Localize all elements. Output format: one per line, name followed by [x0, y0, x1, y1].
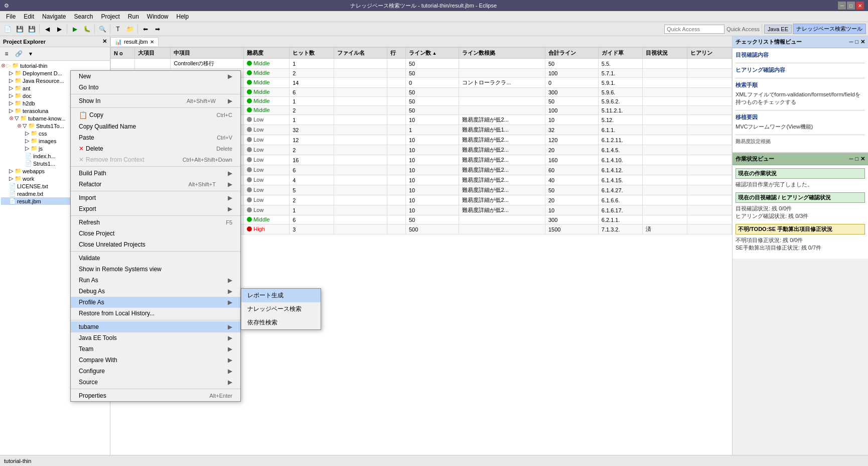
cm-run-as[interactable]: Run As ▶: [71, 275, 240, 286]
table-cell: Middle: [244, 215, 290, 224]
tv-min[interactable]: ─: [849, 156, 853, 162]
col-no[interactable]: N o: [111, 48, 135, 59]
tv-close[interactable]: ✕: [860, 156, 865, 162]
menu-run[interactable]: Run: [124, 12, 143, 21]
cm-close-project[interactable]: Close Project: [71, 228, 240, 239]
sm-kb-search[interactable]: ナレッジベース検索: [241, 302, 321, 316]
cm-paste[interactable]: Paste Ctrl+V: [71, 132, 240, 143]
col-visual[interactable]: 目視状況: [643, 48, 687, 59]
maximize-button[interactable]: □: [847, 2, 855, 10]
close-button[interactable]: ✕: [856, 2, 864, 10]
col-basis[interactable]: ライン数根拠: [459, 48, 545, 59]
pe-collapse[interactable]: ≡: [1, 48, 12, 59]
cm-compare-with[interactable]: Compare With ▶: [71, 355, 240, 366]
tree-label: js: [39, 146, 43, 152]
menu-edit[interactable]: Edit: [20, 12, 38, 21]
minimize-button[interactable]: ─: [838, 2, 846, 10]
tree-label: tutorial-thin: [20, 63, 47, 69]
table-cell: 14: [290, 78, 334, 88]
tb-next[interactable]: ➡: [152, 24, 163, 35]
cm-close-unrelated[interactable]: Close Unrelated Projects: [71, 239, 240, 250]
cm-new[interactable]: New ▶: [71, 71, 240, 82]
cm-copy-qualified[interactable]: Copy Qualified Name: [71, 121, 240, 132]
cm-tubame[interactable]: tubame ▶: [71, 321, 240, 332]
cm-close-unrelated-label: Close Unrelated Projects: [79, 241, 146, 248]
tree-label: readme.txt: [17, 191, 43, 197]
col-total[interactable]: 合計ライン: [545, 48, 598, 59]
menu-navigate[interactable]: Navigate: [38, 12, 70, 21]
pe-close-icon[interactable]: ✕: [102, 38, 107, 45]
col-hits[interactable]: ヒット数: [290, 48, 334, 59]
col-filename[interactable]: ファイル名: [334, 48, 387, 59]
cm-validate[interactable]: Validate: [71, 253, 240, 264]
col-minor[interactable]: 中項目: [171, 48, 244, 59]
col-difficulty[interactable]: 難易度: [244, 48, 290, 59]
col-hearing[interactable]: ヒアリン: [687, 48, 732, 59]
cl-max[interactable]: □: [855, 39, 858, 45]
cl-close[interactable]: ✕: [860, 39, 865, 45]
tv-visual-hearing-title: 現在の目視確認 / ヒアリング確認状況: [736, 192, 865, 203]
table-cell: [643, 59, 687, 69]
cl-min[interactable]: ─: [849, 39, 853, 45]
cm-sep5: [71, 215, 240, 216]
tb-new[interactable]: 📄: [2, 24, 13, 35]
tb-save-all[interactable]: 💾: [26, 24, 37, 35]
title-bar-controls[interactable]: ─ □ ✕: [838, 2, 864, 10]
cm-refactor[interactable]: Refactor Alt+Shift+T ▶: [71, 179, 240, 190]
tree-label: images: [39, 138, 56, 144]
col-major[interactable]: 大項目: [134, 48, 171, 59]
col-line[interactable]: 行: [387, 48, 405, 59]
menu-help[interactable]: Help: [173, 12, 193, 21]
tb-debug[interactable]: 🐛: [81, 24, 92, 35]
tb-prev[interactable]: ⬅: [140, 24, 151, 35]
cm-export[interactable]: Export ▶: [71, 203, 240, 214]
col-guide[interactable]: ガイド草: [598, 48, 643, 59]
cm-show-in[interactable]: Show In Alt+Shift+W ▶: [71, 95, 240, 106]
menu-file[interactable]: File: [2, 12, 20, 21]
tab-close[interactable]: ✕: [150, 39, 154, 45]
table-cell: [687, 78, 732, 88]
cm-copy[interactable]: 📋 Copy Ctrl+C: [71, 109, 240, 121]
cm-delete-label: Delete: [86, 145, 103, 152]
tb-back[interactable]: ◀: [42, 24, 53, 35]
quick-access-input[interactable]: [664, 25, 725, 34]
editor-tab-result[interactable]: 📊 result.jbm ✕: [110, 37, 159, 46]
perspective-kb[interactable]: ナレッジベース検索ツール: [793, 24, 866, 34]
tv-max[interactable]: □: [855, 156, 858, 162]
cm-configure[interactable]: Configure ▶: [71, 366, 240, 377]
tb-forward[interactable]: ▶: [54, 24, 65, 35]
pe-link[interactable]: 🔗: [13, 48, 24, 59]
tree-icon: ▷ 📁: [9, 77, 22, 84]
sm-dependency[interactable]: 依存性検索: [241, 316, 321, 329]
cm-debug-as[interactable]: Debug As ▶: [71, 286, 240, 297]
cm-remove[interactable]: ✕ Remove from Context Ctrl+Alt+Shift+Dow…: [71, 154, 240, 165]
cm-profile-as[interactable]: Profile As ▶: [71, 297, 240, 308]
menu-project[interactable]: Project: [97, 12, 123, 21]
cm-import[interactable]: Import ▶: [71, 192, 240, 203]
sm-report[interactable]: レポート生成: [241, 289, 321, 302]
tb-search[interactable]: 🔍: [97, 24, 108, 35]
col-lines[interactable]: ライン数: [406, 48, 459, 59]
tb-open-res[interactable]: 📁: [124, 24, 135, 35]
cm-refresh[interactable]: Refresh F5: [71, 217, 240, 228]
cm-java-ee-tools[interactable]: Java EE Tools ▶: [71, 332, 240, 343]
cm-team[interactable]: Team ▶: [71, 343, 240, 355]
perspective-java-ee[interactable]: Java EE: [764, 25, 792, 34]
cm-restore[interactable]: Restore from Local History...: [71, 308, 240, 319]
cm-go-into[interactable]: Go Into: [71, 82, 240, 93]
tree-item-tutorial-thin[interactable]: ⊗ ▷ 📁 tutorial-thin: [1, 62, 109, 69]
menu-search[interactable]: Search: [70, 12, 97, 21]
table-cell: [643, 175, 687, 185]
tb-open-type[interactable]: T: [112, 24, 123, 35]
cm-properties[interactable]: Properties Alt+Enter: [71, 390, 240, 401]
cm-show-remote[interactable]: Show in Remote Systems view: [71, 264, 240, 275]
table-row[interactable]: Controllerの移行Middle150505.5.: [111, 59, 732, 69]
table-cell: 5.9.6.2.: [598, 97, 643, 106]
tb-run[interactable]: ▶: [69, 24, 80, 35]
menu-window[interactable]: Window: [143, 12, 173, 21]
cm-delete[interactable]: ✕ Delete Delete: [71, 143, 240, 154]
cm-source[interactable]: Source ▶: [71, 377, 240, 388]
tb-save[interactable]: 💾: [14, 24, 25, 35]
cm-build-path[interactable]: Build Path ▶: [71, 168, 240, 179]
pe-menu[interactable]: ▾: [25, 48, 36, 59]
